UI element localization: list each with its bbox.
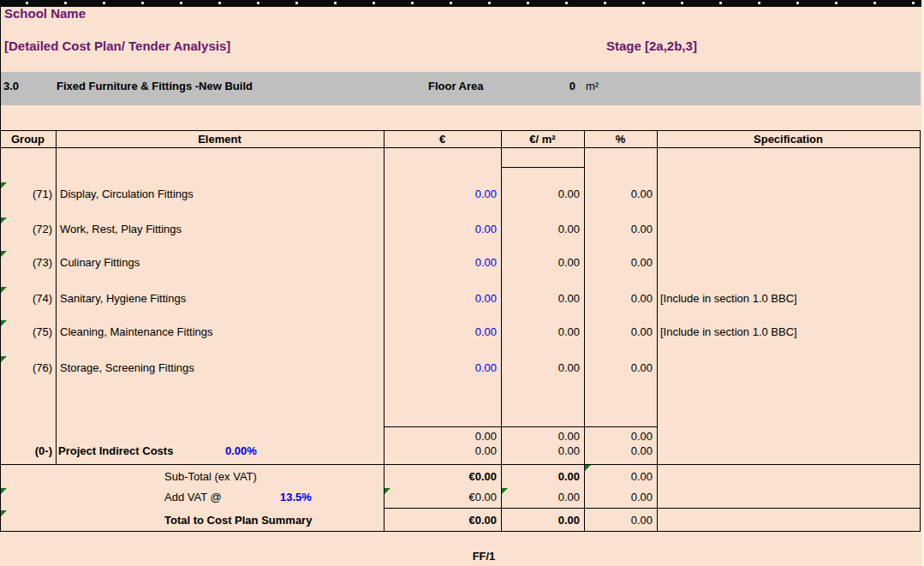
- total-percent[interactable]: 0.00: [593, 513, 653, 528]
- euro-m2-cell[interactable]: 0.00: [507, 360, 580, 376]
- euro-cell[interactable]: 0.00: [394, 187, 497, 202]
- grid-subcell-line: [501, 167, 584, 168]
- group-cell[interactable]: (71): [0, 187, 52, 202]
- vat-label: Add VAT @: [164, 490, 222, 505]
- group-cell[interactable]: (76): [0, 360, 52, 376]
- grid-bottom-border: [0, 531, 921, 532]
- total-label: Total to Cost Plan Summary: [164, 513, 312, 528]
- group-cell[interactable]: (73): [0, 255, 52, 271]
- euro-cell[interactable]: 0.00: [394, 222, 497, 237]
- euro-cell[interactable]: 0.00: [394, 430, 497, 443]
- floor-area-unit: m²: [586, 79, 599, 94]
- percent-cell[interactable]: 0.00: [593, 222, 653, 237]
- indirect-costs-rate[interactable]: 0.00%: [225, 444, 257, 457]
- header-element: Element: [56, 132, 384, 147]
- euro-m2-cell[interactable]: 0.00: [507, 222, 580, 237]
- spreadsheet-page: School Name [Detailed Cost Plan/ Tender …: [0, 0, 924, 566]
- element-cell[interactable]: Storage, Screening Fittings: [60, 360, 194, 376]
- euro-m2-cell[interactable]: 0.00: [507, 444, 580, 457]
- indirect-costs-label[interactable]: Project Indirect Costs: [58, 444, 173, 457]
- grid-pretotal-line: [384, 426, 657, 427]
- element-cell[interactable]: Cleaning, Maintenance Fittings: [60, 325, 213, 340]
- percent-cell[interactable]: 0.00: [593, 360, 653, 376]
- euro-m2-cell[interactable]: 0.00: [507, 325, 580, 340]
- grid-col-percent: [657, 130, 658, 531]
- section-number[interactable]: 3.0: [3, 79, 19, 94]
- group-cell[interactable]: (72): [0, 222, 52, 237]
- percent-cell[interactable]: 0.00: [593, 187, 653, 202]
- spec-cell[interactable]: [Include in section 1.0 BBC]: [660, 291, 797, 307]
- euro-cell[interactable]: 0.00: [394, 325, 497, 340]
- header-specification: Specification: [657, 132, 920, 147]
- subtotal-euro-m2[interactable]: 0.00: [507, 469, 580, 485]
- grid-header-top: [0, 130, 921, 131]
- element-cell[interactable]: Culinary Fittings: [60, 255, 140, 271]
- grid-subtotal-top: [0, 464, 921, 465]
- grid-col-element: [384, 130, 385, 531]
- header-percent: %: [584, 132, 657, 147]
- grid-right-border: [920, 130, 921, 531]
- percent-cell[interactable]: 0.00: [593, 255, 653, 271]
- percent-cell[interactable]: 0.00: [593, 430, 653, 443]
- error-marker-icon: [385, 488, 390, 494]
- grid-col-euro: [501, 130, 502, 531]
- percent-cell[interactable]: 0.00: [593, 291, 653, 307]
- header-euro-m2: €/ m²: [501, 132, 584, 147]
- group-cell[interactable]: (0-): [0, 444, 52, 457]
- total-euro-m2[interactable]: 0.00: [507, 513, 580, 528]
- page-reference: FF/1: [384, 549, 584, 564]
- grid-col-group: [56, 130, 57, 464]
- subtotal-euro[interactable]: €0.00: [394, 469, 497, 485]
- element-cell[interactable]: Work, Rest, Play Fittings: [60, 222, 182, 237]
- document-title-cell[interactable]: [Detailed Cost Plan/ Tender Analysis]: [4, 38, 230, 55]
- header-euro: €: [384, 132, 501, 147]
- euro-cell[interactable]: 0.00: [394, 444, 497, 457]
- section-title[interactable]: Fixed Furniture & Fittings -New Build: [57, 79, 253, 94]
- floor-area-label: Floor Area: [428, 79, 484, 94]
- stage-cell[interactable]: Stage [2a,2b,3]: [606, 38, 697, 55]
- euro-m2-cell[interactable]: 0.00: [507, 187, 580, 202]
- vat-percent[interactable]: 0.00: [593, 490, 653, 505]
- subtotal-percent[interactable]: 0.00: [593, 469, 653, 485]
- school-name-cell[interactable]: School Name: [4, 5, 86, 22]
- vat-rate[interactable]: 13.5%: [280, 490, 312, 505]
- header-group: Group: [0, 132, 56, 147]
- spec-cell[interactable]: [Include in section 1.0 BBC]: [660, 325, 797, 340]
- group-cell[interactable]: (75): [0, 325, 52, 340]
- percent-cell[interactable]: 0.00: [593, 325, 653, 340]
- group-cell[interactable]: (74): [0, 291, 52, 307]
- error-marker-icon: [1, 510, 7, 516]
- subtotal-label: Sub-Total (ex VAT): [164, 469, 257, 485]
- vat-euro-m2[interactable]: 0.00: [507, 490, 580, 505]
- column-header-strip: [0, 0, 924, 7]
- euro-cell[interactable]: 0.00: [394, 255, 497, 271]
- grid-header-bottom: [0, 147, 921, 148]
- element-cell[interactable]: Display, Circulation Fittings: [60, 187, 194, 202]
- percent-cell[interactable]: 0.00: [593, 444, 653, 457]
- floor-area-value[interactable]: 0: [548, 79, 575, 94]
- element-cell[interactable]: Sanitary, Hygiene Fittings: [60, 291, 186, 307]
- euro-cell[interactable]: 0.00: [394, 291, 497, 307]
- euro-m2-cell[interactable]: 0.00: [507, 291, 580, 307]
- euro-cell[interactable]: 0.00: [394, 360, 497, 376]
- euro-m2-cell[interactable]: 0.00: [507, 430, 580, 443]
- error-marker-icon: [1, 488, 7, 494]
- error-marker-icon: [585, 465, 591, 471]
- euro-m2-cell[interactable]: 0.00: [507, 255, 580, 271]
- grid-total-top: [384, 508, 921, 509]
- total-euro[interactable]: €0.00: [394, 513, 497, 528]
- vat-euro[interactable]: €0.00: [394, 490, 497, 505]
